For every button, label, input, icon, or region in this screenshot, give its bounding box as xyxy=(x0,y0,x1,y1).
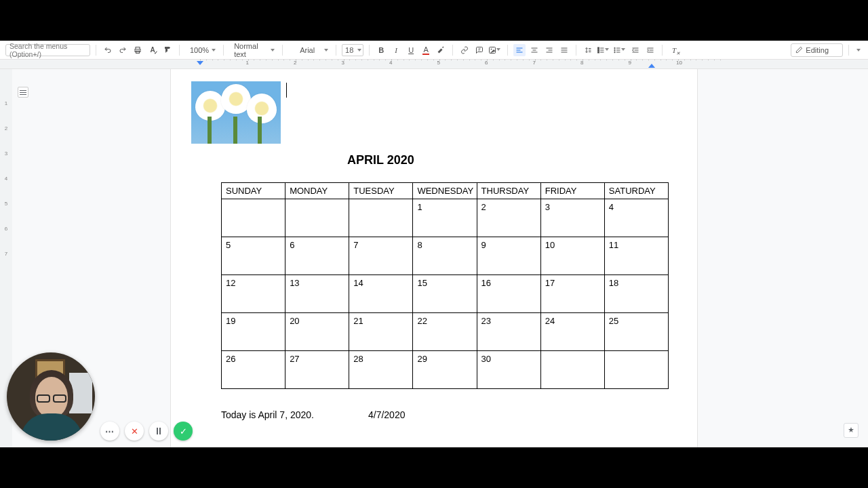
align-center-button[interactable] xyxy=(528,44,540,56)
calendar-header-cell[interactable]: SUNDAY xyxy=(222,183,285,199)
font-size-select[interactable]: 18 xyxy=(342,44,363,56)
calendar-header-cell[interactable]: WEDNESDAY xyxy=(413,183,477,199)
calendar-cell[interactable]: 19 xyxy=(222,313,285,351)
bulleted-list-button[interactable] xyxy=(613,44,627,56)
zoom-select[interactable]: 100% xyxy=(185,44,218,56)
calendar-cell[interactable]: 26 xyxy=(222,351,285,389)
collapse-menu-button[interactable] xyxy=(854,49,863,52)
vruler-mark: 3 xyxy=(5,150,7,157)
ellipsis-icon: ⋯ xyxy=(105,426,115,436)
calendar-header-cell[interactable]: THURSDAY xyxy=(477,183,540,199)
clear-formatting-button[interactable]: T✕ xyxy=(668,44,680,56)
toolbar: Search the menus (Option+/) A✓ 100% Norm… xyxy=(0,41,868,60)
line-spacing-button[interactable] xyxy=(582,44,594,56)
calendar-cell[interactable]: 24 xyxy=(540,313,604,351)
calendar-cell[interactable]: 6 xyxy=(285,237,349,275)
underline-button[interactable]: U xyxy=(405,44,417,56)
calendar-cell[interactable] xyxy=(349,199,413,237)
italic-button[interactable]: I xyxy=(390,44,402,56)
insert-image-button[interactable] xyxy=(488,44,502,56)
style-select[interactable]: Normal text xyxy=(229,44,277,56)
calendar-header-cell[interactable]: TUESDAY xyxy=(349,183,413,199)
calendar-cell[interactable]: 29 xyxy=(413,351,477,389)
separator xyxy=(223,45,224,56)
calendar-cell[interactable]: 30 xyxy=(477,351,540,389)
calendar-table[interactable]: SUNDAYMONDAYTUESDAYWEDNESDAYTHURSDAYFRID… xyxy=(221,182,669,389)
calendar-cell[interactable]: 22 xyxy=(413,313,477,351)
highlight-button[interactable] xyxy=(435,44,447,56)
footer-text: Today is April 7, 2020. xyxy=(221,409,314,420)
calendar-cell[interactable]: 27 xyxy=(285,351,349,389)
calendar-cell[interactable]: 20 xyxy=(285,313,349,351)
increase-indent-button[interactable] xyxy=(644,44,656,56)
mode-select[interactable]: Editing xyxy=(791,43,843,57)
align-left-button[interactable] xyxy=(513,44,526,56)
calendar-cell[interactable]: 9 xyxy=(477,237,540,275)
calendar-cell[interactable]: 5 xyxy=(222,237,285,275)
document-page[interactable]: APRIL 2020 SUNDAYMONDAYTUESDAYWEDNESDAYT… xyxy=(171,69,697,447)
calendar-cell[interactable]: 11 xyxy=(604,237,668,275)
calendar-cell[interactable]: 23 xyxy=(477,313,540,351)
more-options-button[interactable]: ⋯ xyxy=(100,422,119,441)
pause-recording-button[interactable] xyxy=(149,422,168,441)
calendar-cell[interactable]: 25 xyxy=(604,313,668,351)
calendar-cell[interactable]: 10 xyxy=(540,237,604,275)
webcam-bubble[interactable] xyxy=(7,352,95,441)
calendar-cell[interactable]: 1 xyxy=(413,199,477,237)
close-icon: ✕ xyxy=(131,426,138,436)
calendar-cell[interactable] xyxy=(604,351,668,389)
print-button[interactable] xyxy=(132,44,144,56)
calendar-cell[interactable]: 14 xyxy=(349,275,413,313)
explore-button[interactable] xyxy=(844,423,859,438)
horizontal-ruler[interactable]: 12345678910 xyxy=(0,60,868,69)
header-image-daffodils[interactable] xyxy=(191,81,281,144)
mode-label: Editing xyxy=(806,46,829,54)
align-justify-button[interactable] xyxy=(558,44,570,56)
svg-point-4 xyxy=(491,48,492,49)
calendar-cell[interactable]: 16 xyxy=(477,275,540,313)
right-indent-marker[interactable] xyxy=(648,64,655,68)
calendar-cell[interactable]: 3 xyxy=(540,199,604,237)
redo-button[interactable] xyxy=(117,44,129,56)
calendar-cell[interactable] xyxy=(285,199,349,237)
vruler-mark: 5 xyxy=(5,201,7,207)
calendar-cell[interactable]: 18 xyxy=(604,275,668,313)
font-select[interactable]: Arial xyxy=(288,44,330,56)
calendar-cell[interactable]: 8 xyxy=(413,237,477,275)
calendar-cell[interactable] xyxy=(540,351,604,389)
decrease-indent-button[interactable] xyxy=(629,44,642,56)
calendar-cell[interactable]: 2 xyxy=(477,199,540,237)
calendar-cell[interactable]: 21 xyxy=(349,313,413,351)
finish-recording-button[interactable]: ✓ xyxy=(174,422,193,441)
separator xyxy=(369,45,370,56)
undo-button[interactable] xyxy=(102,44,114,56)
insert-link-button[interactable] xyxy=(458,44,471,56)
check-icon: ✓ xyxy=(180,426,187,436)
cancel-recording-button[interactable]: ✕ xyxy=(125,422,144,441)
paint-format-button[interactable] xyxy=(161,44,174,56)
pencil-icon xyxy=(795,46,803,54)
calendar-cell[interactable]: 28 xyxy=(349,351,413,389)
calendar-cell[interactable] xyxy=(222,199,285,237)
calendar-header-cell[interactable]: MONDAY xyxy=(285,183,349,199)
calendar-header-cell[interactable]: FRIDAY xyxy=(540,183,604,199)
document-outline-button[interactable] xyxy=(18,87,28,98)
text-color-button[interactable]: A xyxy=(420,44,432,56)
separator xyxy=(336,45,336,56)
calendar-cell[interactable]: 4 xyxy=(604,199,668,237)
calendar-cell[interactable]: 17 xyxy=(540,275,604,313)
calendar-cell[interactable]: 15 xyxy=(413,275,477,313)
align-right-button[interactable] xyxy=(543,44,555,56)
menu-search-input[interactable]: Search the menus (Option+/) xyxy=(5,44,90,56)
first-line-indent-marker[interactable] xyxy=(197,61,203,65)
zoom-value: 100% xyxy=(190,46,209,54)
calendar-cell[interactable]: 12 xyxy=(222,275,285,313)
checklist-button[interactable] xyxy=(597,44,610,56)
insert-comment-button[interactable] xyxy=(473,44,486,56)
bold-button[interactable]: B xyxy=(375,44,387,56)
calendar-cell[interactable]: 13 xyxy=(285,275,349,313)
calendar-cell[interactable]: 7 xyxy=(349,237,413,275)
spellcheck-button[interactable]: A✓ xyxy=(146,44,159,56)
vruler-mark: 4 xyxy=(5,176,7,182)
calendar-header-cell[interactable]: SATURDAY xyxy=(604,183,668,199)
